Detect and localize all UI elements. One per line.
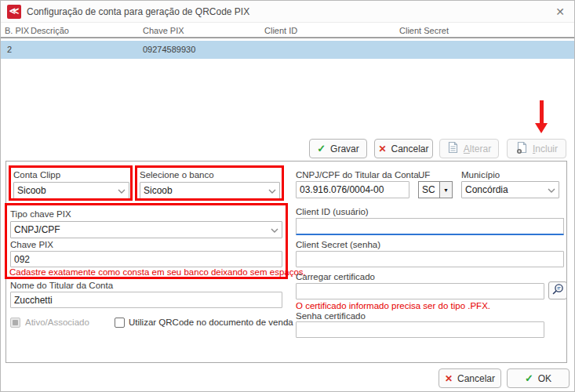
document-add-icon <box>515 141 528 157</box>
check-icon: ✓ <box>525 372 533 384</box>
ativo-checkbox <box>10 318 20 328</box>
uf-combo[interactable]: SC ▼ <box>418 181 453 198</box>
chave-pix-label: Chave PIX <box>10 240 53 249</box>
col-b-pix[interactable]: B. PIX <box>5 26 29 35</box>
banco-label: Selecione o banco <box>140 170 214 180</box>
x-icon: ✕ <box>378 143 386 154</box>
document-icon <box>447 141 459 156</box>
magnifier-icon <box>551 283 564 299</box>
uf-label: UF <box>418 170 430 180</box>
app-logo-icon: ≪ <box>7 5 21 19</box>
chevron-down-icon <box>118 185 126 196</box>
pix-config-dialog: ≪ Configuração de conta para geração de … <box>0 0 575 392</box>
cnpj-label: CNPJ/CPF do Titular da Conta <box>296 170 419 180</box>
conta-clipp-label: Conta Clipp <box>13 170 60 180</box>
ativo-label: Ativo/Associado <box>25 318 89 327</box>
certificado-input[interactable] <box>296 283 544 299</box>
incluir-button[interactable]: Incluir <box>507 139 566 158</box>
check-icon: ✓ <box>317 143 326 154</box>
qrcode-venda-checkbox[interactable] <box>115 318 125 328</box>
gravar-button[interactable]: ✓ Gravar <box>309 139 367 158</box>
title-bar: ≪ Configuração de conta para geração de … <box>1 1 574 23</box>
gravar-label: Gravar <box>330 143 359 154</box>
cnpj-input[interactable] <box>296 181 409 198</box>
incluir-label: Incluir <box>533 143 558 154</box>
qrcode-venda-label: Utilizar QRCode no documento de venda <box>129 318 293 327</box>
grid-header: B. PIX Descrição Chave PIX Client ID Cli… <box>1 24 574 38</box>
chave-pix-input[interactable] <box>10 251 282 267</box>
client-id-label: Client ID (usuário) <box>296 207 369 216</box>
browse-certificado-button[interactable] <box>548 281 567 299</box>
cell-b-pix: 2 <box>7 45 12 54</box>
annotation-arrow-incluir <box>535 100 548 133</box>
cell-chave-pix: 09274589930 <box>143 45 195 54</box>
col-client-secret[interactable]: Client Secret <box>399 26 449 35</box>
chevron-down-icon <box>268 185 276 196</box>
x-icon: ✕ <box>445 373 453 384</box>
alterar-button[interactable]: Alterar <box>439 139 499 158</box>
senha-cert-label: Senha certificado <box>296 311 366 321</box>
nome-titular-label: Nome do Titular da Conta <box>10 281 113 290</box>
ok-label: OK <box>538 373 551 384</box>
chevron-down-icon <box>548 184 555 195</box>
municipio-select[interactable]: Concórdia <box>461 181 559 198</box>
footer-cancelar-button[interactable]: ✕ Cancelar <box>439 368 501 388</box>
client-secret-input[interactable] <box>296 251 564 267</box>
conta-clipp-select[interactable]: Sicoob <box>13 182 129 199</box>
certificado-label: Carregar certificado <box>296 272 375 281</box>
cancelar-label: Cancelar <box>391 143 429 154</box>
chave-warning-text: Cadastre exatamente como consta em seu b… <box>9 267 306 277</box>
col-client-id[interactable]: Client ID <box>264 26 297 35</box>
ok-button[interactable]: ✓ OK <box>507 368 570 388</box>
footer-cancelar-label: Cancelar <box>457 373 495 384</box>
client-secret-label: Client Secret (senha) <box>296 240 380 249</box>
tipo-chave-select[interactable]: CNPJ/CPF <box>10 221 282 238</box>
chevron-down-icon <box>271 224 278 235</box>
dialog-title: Configuração de conta para geração de QR… <box>27 1 249 23</box>
cert-warning-text: O certificado informado precisa ser do t… <box>296 301 490 310</box>
municipio-label: Município <box>461 170 500 180</box>
tipo-chave-label: Tipo chave PIX <box>10 209 71 219</box>
close-icon[interactable]: ✕ <box>552 4 568 20</box>
table-row-selected[interactable]: 2 09274589930 <box>1 41 574 59</box>
triangle-down-icon[interactable]: ▼ <box>439 182 452 198</box>
senha-cert-input[interactable] <box>296 321 544 338</box>
col-descricao[interactable]: Descrição <box>31 26 69 35</box>
banco-select[interactable]: Sicoob <box>140 182 280 199</box>
cancelar-button[interactable]: ✕ Cancelar <box>374 139 433 158</box>
col-chave-pix[interactable]: Chave PIX <box>143 26 184 35</box>
nome-titular-input[interactable] <box>10 292 282 308</box>
client-id-input[interactable] <box>296 218 564 235</box>
alterar-label: Alterar <box>464 143 491 154</box>
